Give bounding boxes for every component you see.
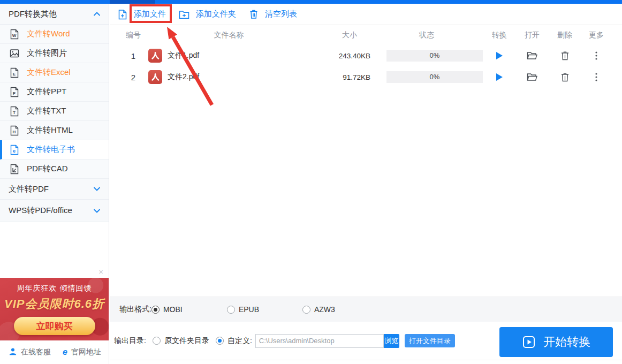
add-file-label: 添加文件: [134, 9, 166, 19]
doc-ebook-icon: e: [10, 145, 19, 155]
sidebar-section-pdf-to-other[interactable]: PDF转换其他: [0, 4, 109, 25]
open-directory-button[interactable]: 打开文件目录: [405, 334, 455, 347]
promo-banner[interactable]: 周年庆狂欢 倾情回馈 VIP会员限时6.6折 立即购买: [0, 278, 109, 340]
sidebar-item-label: PDF转CAD: [27, 164, 68, 174]
top-strip-scroll-segment: [110, 0, 155, 4]
progress-bar: 0%: [386, 71, 483, 83]
start-convert-label: 开始转换: [543, 334, 590, 350]
doc-txt-icon: T: [10, 106, 19, 117]
sidebar-section-file-to-pdf[interactable]: 文件转PDF: [0, 179, 109, 200]
header-more: 更多: [581, 31, 611, 40]
sidebar-item-label: 文件转图片: [27, 48, 67, 58]
format-option-label: EPUB: [239, 305, 259, 314]
app-window: PDF转换其他 W 文件转Word 文件转图片 E 文件转Excel: [0, 0, 622, 364]
svg-text:W: W: [12, 33, 17, 37]
radio-custom[interactable]: [216, 337, 224, 345]
pdf-file-icon: [143, 70, 168, 84]
clear-list-button[interactable]: 清空列表: [249, 9, 297, 19]
svg-text:e: e: [13, 148, 16, 153]
doc-cad-icon: [10, 164, 19, 175]
file-size: 243.40KB: [290, 52, 370, 60]
sidebar-item-to-image[interactable]: 文件转图片: [0, 44, 109, 63]
start-play-icon: [522, 335, 536, 349]
add-file-button[interactable]: 添加文件: [118, 9, 166, 20]
chevron-down-icon: [94, 209, 100, 213]
official-site-link[interactable]: e 官网地址: [63, 347, 101, 357]
header-open: 打开: [516, 31, 548, 40]
open-folder-icon[interactable]: [516, 73, 548, 81]
table-header: 编号 文件名称 大小 状态 转换 打开 删除 更多: [110, 25, 622, 45]
add-folder-label: 添加文件夹: [196, 9, 236, 19]
delete-trash-icon[interactable]: [548, 72, 581, 82]
online-support-label: 在线客服: [21, 347, 51, 357]
sidebar-item-to-ebook[interactable]: e 文件转电子书: [0, 140, 109, 160]
doc-html-icon: H: [10, 125, 19, 136]
format-option-label: AZW3: [314, 305, 335, 314]
chevron-up-icon: [94, 12, 100, 16]
close-ad-icon[interactable]: ×: [98, 268, 103, 276]
table-row: 1 文件1.pdf 243.40KB 0%: [110, 45, 622, 66]
output-format-row: 输出格式: MOBI EPUB AZW3: [110, 297, 622, 322]
dir-option-label: 自定义:: [227, 336, 252, 346]
sidebar-item-pdf-to-cad[interactable]: PDF转CAD: [0, 160, 109, 179]
header-delete: 删除: [548, 31, 581, 40]
browse-button[interactable]: 浏览: [384, 334, 399, 348]
more-kebab-icon[interactable]: [581, 51, 611, 60]
delete-trash-icon[interactable]: [548, 51, 581, 60]
image-icon: [10, 48, 19, 59]
svg-text:P: P: [13, 90, 16, 95]
svg-text:E: E: [13, 71, 16, 76]
format-option-mobi[interactable]: MOBI: [151, 305, 227, 314]
svg-text:H: H: [13, 129, 16, 134]
format-option-azw3[interactable]: AZW3: [302, 305, 378, 314]
add-folder-icon: [179, 10, 189, 19]
table-row: 2 文件2.pdf 91.72KB 0%: [110, 66, 622, 88]
doc-excel-icon: E: [10, 67, 19, 78]
start-convert-button[interactable]: 开始转换: [499, 327, 613, 357]
clear-list-label: 清空列表: [265, 9, 297, 19]
sidebar-item-label: 文件转电子书: [27, 145, 75, 155]
output-format-label: 输出格式:: [119, 305, 151, 314]
more-kebab-icon[interactable]: [581, 73, 611, 81]
convert-play-button[interactable]: [483, 73, 516, 81]
sidebar-item-label: 文件转PPT: [27, 87, 66, 97]
online-support-link[interactable]: 在线客服: [9, 347, 51, 358]
sidebar-item-label: 文件转TXT: [27, 106, 66, 116]
dir-option-custom[interactable]: 自定义:: [216, 336, 252, 346]
dir-option-label: 原文件夹目录: [164, 336, 209, 346]
sidebar-section-wps[interactable]: WPS转PDF/office: [0, 200, 109, 222]
section-label: 文件转PDF: [9, 184, 49, 194]
radio-azw3[interactable]: [302, 306, 310, 314]
pdf-file-icon: [143, 49, 168, 63]
row-number: 1: [124, 51, 143, 60]
open-folder-icon[interactable]: [516, 51, 548, 60]
file-name: 文件1.pdf: [168, 51, 290, 60]
chevron-down-icon: [94, 187, 100, 191]
header-size: 大小: [290, 31, 370, 40]
radio-epub[interactable]: [227, 306, 235, 314]
add-folder-button[interactable]: 添加文件夹: [179, 9, 236, 19]
toolbar: 添加文件 添加文件夹 清空列表: [110, 4, 622, 25]
official-site-label: 官网地址: [71, 347, 101, 357]
sidebar-item-to-html[interactable]: H 文件转HTML: [0, 121, 109, 140]
row-number: 2: [124, 73, 143, 82]
sidebar-empty-area: ×: [0, 222, 109, 278]
format-option-epub[interactable]: EPUB: [227, 305, 302, 314]
radio-mobi[interactable]: [151, 306, 160, 314]
sidebar-item-label: 文件转HTML: [27, 125, 73, 135]
sidebar-item-to-excel[interactable]: E 文件转Excel: [0, 63, 109, 82]
add-file-icon: [118, 9, 127, 20]
radio-original-folder[interactable]: [153, 337, 161, 345]
convert-play-button[interactable]: [483, 52, 516, 59]
sidebar-item-to-ppt[interactable]: P 文件转PPT: [0, 82, 109, 102]
header-filename: 文件名称: [168, 31, 290, 40]
output-path-input[interactable]: [255, 334, 384, 348]
promo-line2: VIP会员限时6.6折: [0, 296, 109, 312]
dir-option-original[interactable]: 原文件夹目录: [153, 336, 209, 346]
bottom-strip: [110, 360, 622, 364]
buy-now-button[interactable]: 立即购买: [14, 317, 95, 335]
doc-ppt-icon: P: [10, 87, 19, 97]
sidebar-item-to-word[interactable]: W 文件转Word: [0, 25, 109, 44]
sidebar-item-to-txt[interactable]: T 文件转TXT: [0, 102, 109, 121]
clear-list-icon: [249, 9, 259, 19]
